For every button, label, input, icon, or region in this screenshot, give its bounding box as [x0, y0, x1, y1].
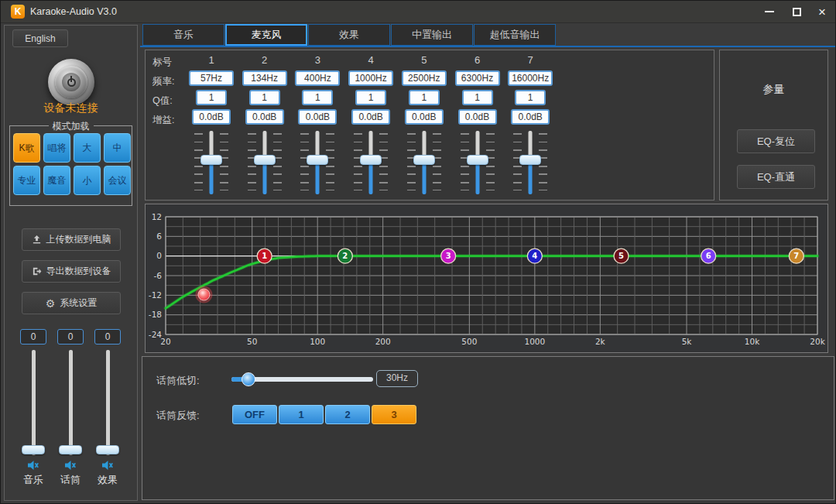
eq-gain-slider-4[interactable]	[354, 130, 388, 195]
eq-band-marker-1[interactable]: 1	[257, 249, 272, 263]
tab-5[interactable]: 超低音输出	[474, 24, 556, 46]
eq-q-input-7[interactable]: 1	[515, 90, 546, 105]
mode-button-6[interactable]: 魔音	[43, 166, 70, 195]
upload-icon	[32, 235, 42, 245]
x-axis-tick-label: 100	[310, 337, 325, 346]
minimize-button[interactable]	[756, 1, 783, 22]
eq-freq-input-6[interactable]: 6300Hz	[455, 70, 500, 86]
eq-band-marker-7[interactable]: 7	[789, 249, 803, 263]
eq-gain-slider-1[interactable]	[194, 130, 228, 195]
mode-button-3[interactable]: 大	[74, 133, 101, 163]
eq-slider-handle-7[interactable]	[519, 155, 541, 165]
eq-gain-slider-5[interactable]	[407, 130, 441, 195]
eq-gain-slider-2[interactable]	[248, 130, 282, 195]
mic-feedback-option-2[interactable]: 2	[325, 405, 370, 424]
eq-q-input-4[interactable]: 1	[355, 90, 386, 105]
eq-slider-handle-2[interactable]	[254, 155, 276, 165]
eq-band-marker-3[interactable]: 3	[441, 249, 456, 263]
eq-gain-input-6[interactable]: 0.0dB	[458, 109, 497, 125]
eq-slider-handle-5[interactable]	[413, 155, 435, 165]
eq-freq-input-3[interactable]: 400Hz	[295, 70, 340, 86]
eq-response-chart: 1260-6-12-18-24205010020050010002k5k10k2…	[145, 204, 828, 353]
eq-freq-input-2[interactable]: 134Hz	[242, 70, 287, 86]
mode-button-2[interactable]: 唱将	[43, 133, 70, 163]
eq-gain-input-4[interactable]: 0.0dB	[351, 109, 390, 125]
eq-gain-input-5[interactable]: 0.0dB	[405, 109, 444, 125]
eq-freq-input-5[interactable]: 2500Hz	[402, 70, 447, 86]
eq-gain-input-1[interactable]: 0.0dB	[192, 109, 231, 125]
mic-feedback-label: 话筒反馈:	[156, 409, 200, 423]
volume-value-2[interactable]: 0	[57, 329, 84, 345]
mic-lowcut-slider-thumb[interactable]	[242, 372, 255, 386]
mode-button-4[interactable]: 中	[104, 133, 131, 163]
volume-mute-button-1[interactable]	[27, 460, 40, 471]
mic-feedback-option-1[interactable]: 1	[279, 405, 324, 424]
volume-slider-1[interactable]	[32, 350, 36, 455]
volume-slider-handle-1[interactable]	[22, 445, 45, 454]
svg-text:7: 7	[793, 252, 799, 260]
tab-3[interactable]: 效果	[308, 24, 390, 46]
close-button[interactable]: ×	[809, 1, 835, 22]
svg-text:6: 6	[706, 252, 711, 260]
eq-slider-handle-6[interactable]	[467, 155, 488, 165]
eq-band-marker-6[interactable]: 6	[701, 249, 716, 263]
eq-freq-input-7[interactable]: 16000Hz	[508, 70, 553, 86]
eq-slider-handle-4[interactable]	[360, 155, 382, 165]
lowcut-marker[interactable]	[198, 289, 210, 300]
tab-1[interactable]: 音乐	[142, 24, 224, 46]
eq-q-input-2[interactable]: 1	[249, 90, 280, 105]
system-settings-button[interactable]: ⚙ 系统设置	[22, 292, 121, 314]
tab-bar-underline	[140, 46, 836, 47]
volume-mute-button-3[interactable]	[101, 460, 115, 471]
volume-mute-button-2[interactable]	[64, 460, 77, 471]
mode-button-5[interactable]: 专业	[13, 166, 40, 195]
x-axis-tick-label: 200	[375, 337, 391, 346]
eq-band-column-2: 2134Hz10.0dB	[238, 50, 291, 201]
eq-band-number-3: 3	[315, 54, 320, 67]
mode-button-7[interactable]: 小	[74, 166, 101, 195]
mode-button-1[interactable]: K歌	[13, 133, 40, 163]
eq-freq-input-1[interactable]: 57Hz	[189, 70, 234, 86]
maximize-button[interactable]	[783, 1, 810, 22]
eq-reset-button[interactable]: EQ-复位	[737, 129, 815, 153]
power-knob[interactable]	[48, 59, 94, 105]
language-button[interactable]: English	[12, 29, 68, 47]
mic-controls-panel: 话筒低切: 30Hz 话筒反馈: OFF123	[142, 356, 834, 500]
eq-q-input-5[interactable]: 1	[409, 90, 440, 105]
eq-gain-input-2[interactable]: 0.0dB	[245, 109, 284, 125]
volume-slider-3[interactable]	[106, 350, 110, 455]
app-logo-icon: K	[11, 5, 25, 19]
tab-2[interactable]: 麦克风	[225, 24, 307, 46]
x-axis-tick-label: 1000	[524, 337, 545, 346]
volume-slider-handle-3[interactable]	[96, 445, 119, 454]
upload-data-button[interactable]: 上传数据到电脑	[22, 228, 121, 251]
tab-4[interactable]: 中置输出	[391, 24, 473, 46]
eq-band-marker-5[interactable]: 5	[614, 249, 629, 263]
mic-feedback-option-3[interactable]: 3	[372, 405, 416, 424]
mode-load-group: 模式加载 K歌唱将大中专业魔音小会议	[9, 125, 132, 206]
export-data-button[interactable]: 导出数据到设备	[22, 260, 121, 283]
eq-gain-slider-6[interactable]	[461, 130, 495, 195]
eq-q-input-6[interactable]: 1	[462, 90, 493, 105]
mode-button-8[interactable]: 会议	[104, 166, 131, 195]
mic-lowcut-slider[interactable]	[231, 372, 373, 386]
volume-slider-handle-2[interactable]	[59, 445, 82, 454]
eq-q-input-3[interactable]: 1	[302, 90, 333, 105]
volume-value-3[interactable]: 0	[94, 329, 121, 345]
eq-gain-slider-3[interactable]	[300, 130, 334, 195]
eq-q-input-1[interactable]: 1	[196, 90, 227, 105]
eq-band-marker-2[interactable]: 2	[337, 249, 352, 263]
eq-band-marker-4[interactable]: 4	[527, 249, 542, 263]
eq-slider-handle-1[interactable]	[200, 155, 222, 165]
volume-slider-2[interactable]	[69, 350, 73, 455]
eq-gain-input-7[interactable]: 0.0dB	[511, 109, 550, 125]
eq-freq-input-4[interactable]: 1000Hz	[348, 70, 393, 86]
eq-band-column-3: 3400Hz10.0dB	[291, 50, 344, 201]
mic-feedback-option-OFF[interactable]: OFF	[232, 405, 277, 424]
eq-slider-handle-3[interactable]	[307, 155, 328, 165]
y-axis-tick-label: -18	[149, 310, 162, 319]
eq-bypass-button[interactable]: EQ-直通	[737, 165, 815, 189]
eq-gain-input-3[interactable]: 0.0dB	[298, 109, 337, 125]
eq-gain-slider-7[interactable]	[513, 130, 547, 195]
volume-value-1[interactable]: 0	[20, 329, 46, 345]
